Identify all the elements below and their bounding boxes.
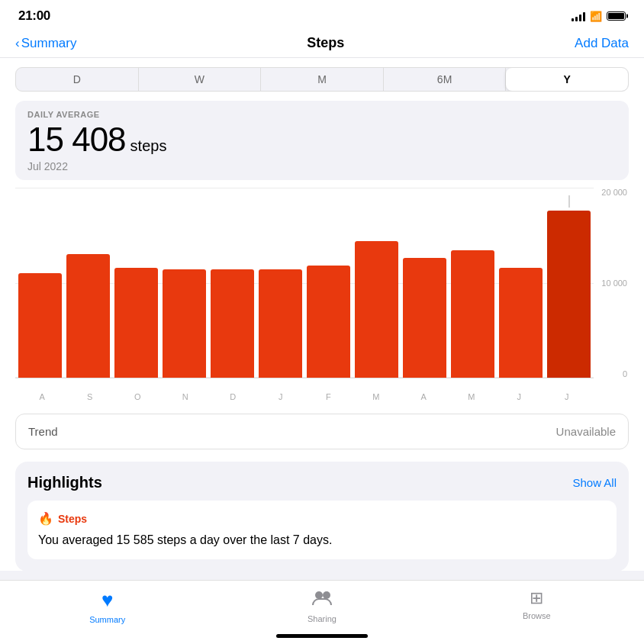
tab-summary-label: Summary	[89, 615, 125, 624]
browse-icon: ⊞	[530, 588, 543, 608]
trend-box: Trend Unavailable	[15, 414, 629, 449]
bar-M-7	[355, 241, 398, 378]
daily-average-date: Jul 2022	[27, 160, 617, 172]
page-title: Steps	[307, 35, 344, 51]
highlight-card: 🔥 Steps You averaged 15 585 steps a day …	[27, 501, 617, 559]
x-label-9: M	[448, 392, 496, 401]
highlight-card-type: Steps	[58, 513, 87, 525]
daily-average-label: DAILY AVERAGE	[27, 110, 617, 119]
daily-average-card: DAILY AVERAGE 15 408 steps Jul 2022	[15, 101, 629, 180]
svg-point-0	[315, 591, 323, 599]
highlights-section: Highlights Show All 🔥 Steps You averaged…	[15, 462, 629, 571]
x-label-7: M	[353, 392, 401, 401]
battery-icon	[607, 11, 626, 21]
status-icons: 📶	[572, 11, 626, 22]
tab-summary[interactable]: ♥ Summary	[0, 588, 214, 624]
x-label-3: N	[162, 392, 210, 401]
x-label-5: J	[257, 392, 305, 401]
bar-S-1	[66, 254, 110, 378]
tab-browse-label: Browse	[523, 611, 551, 620]
period-day[interactable]: D	[16, 68, 139, 91]
x-label-2: O	[114, 392, 162, 401]
add-data-button[interactable]: Add Data	[575, 36, 629, 51]
show-all-button[interactable]: Show All	[572, 476, 617, 489]
steps-chart: 20 000 10 000 0 ASONDJFMAMJJ	[15, 188, 629, 401]
status-time: 21:00	[18, 8, 50, 24]
trend-label: Trend	[28, 425, 58, 438]
period-month[interactable]: M	[261, 68, 384, 91]
x-label-0: A	[18, 392, 66, 401]
period-week[interactable]: W	[139, 68, 262, 91]
fire-icon: 🔥	[38, 511, 53, 526]
x-label-1: S	[66, 392, 114, 401]
tab-browse[interactable]: ⊞ Browse	[430, 588, 644, 620]
highlight-card-text: You averaged 15 585 steps a day over the…	[38, 532, 606, 549]
tab-sharing-label: Sharing	[308, 614, 336, 623]
bar-J-10	[499, 268, 543, 378]
sharing-icon	[311, 588, 333, 611]
bar-D-4	[211, 269, 254, 378]
y-label-top: 20 000	[601, 188, 627, 197]
highlight-card-header: 🔥 Steps	[38, 511, 606, 526]
daily-average-unit: steps	[130, 137, 167, 155]
x-label-8: A	[400, 392, 448, 401]
daily-average-number: 15 408	[27, 121, 126, 159]
bar-N-3	[163, 269, 206, 378]
tab-sharing[interactable]: Sharing	[214, 588, 429, 623]
bar-M-9	[451, 250, 494, 378]
signal-bars-icon	[572, 11, 585, 21]
heart-icon: ♥	[101, 588, 113, 612]
period-selector: D W M 6M Y	[15, 67, 629, 92]
chart-area	[15, 188, 594, 378]
x-label-4: D	[209, 392, 257, 401]
chart-y-labels: 20 000 10 000 0	[594, 188, 629, 378]
x-label-6: F	[304, 392, 353, 401]
nav-bar: ‹ Summary Steps Add Data	[0, 29, 644, 58]
bar-J-11	[547, 211, 591, 378]
bar-O-2	[114, 268, 158, 378]
period-year[interactable]: Y	[506, 68, 628, 91]
y-label-mid: 10 000	[601, 279, 627, 288]
highlights-title: Highlights	[27, 474, 102, 491]
svg-point-1	[323, 591, 330, 599]
period-6month[interactable]: 6M	[384, 68, 507, 91]
chart-x-labels: ASONDJFMAMJJ	[15, 392, 594, 401]
bar-F-6	[307, 266, 350, 378]
bar-A-8	[403, 258, 446, 378]
bars-container	[15, 188, 594, 378]
back-label[interactable]: Summary	[21, 36, 77, 51]
daily-average-value: 15 408 steps	[27, 121, 617, 159]
bar-J-5	[259, 269, 302, 378]
status-bar: 21:00 📶	[0, 0, 644, 29]
trend-value: Unavailable	[556, 425, 616, 438]
wifi-icon: 📶	[590, 11, 602, 22]
bar-A-0	[18, 273, 62, 378]
x-label-10: J	[495, 392, 543, 401]
back-button[interactable]: ‹ Summary	[15, 36, 76, 51]
highlights-header: Highlights Show All	[27, 474, 617, 491]
chevron-left-icon: ‹	[15, 36, 20, 51]
x-label-11: J	[543, 392, 591, 401]
home-indicator	[276, 634, 368, 638]
main-content: D W M 6M Y DAILY AVERAGE 15 408 steps Ju…	[0, 58, 644, 571]
y-label-bot: 0	[623, 369, 627, 378]
